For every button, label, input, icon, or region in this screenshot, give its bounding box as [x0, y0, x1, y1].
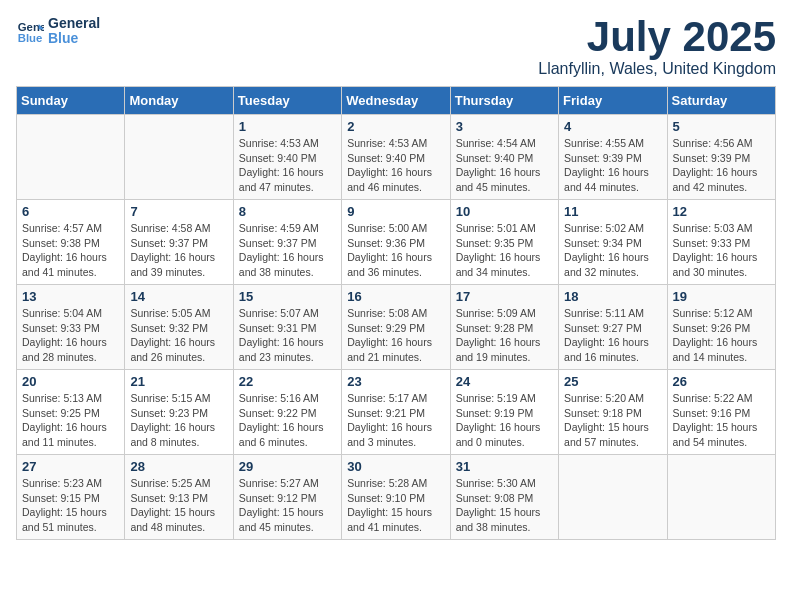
calendar-table: SundayMondayTuesdayWednesdayThursdayFrid… — [16, 86, 776, 540]
weekday-header-row: SundayMondayTuesdayWednesdayThursdayFrid… — [17, 87, 776, 115]
day-number: 14 — [130, 289, 227, 304]
day-number: 27 — [22, 459, 119, 474]
day-detail: Sunrise: 5:20 AM Sunset: 9:18 PM Dayligh… — [564, 391, 661, 450]
day-detail: Sunrise: 5:07 AM Sunset: 9:31 PM Dayligh… — [239, 306, 336, 365]
day-number: 15 — [239, 289, 336, 304]
week-row-4: 20Sunrise: 5:13 AM Sunset: 9:25 PM Dayli… — [17, 370, 776, 455]
day-detail: Sunrise: 4:54 AM Sunset: 9:40 PM Dayligh… — [456, 136, 553, 195]
calendar-cell: 28Sunrise: 5:25 AM Sunset: 9:13 PM Dayli… — [125, 455, 233, 540]
day-number: 24 — [456, 374, 553, 389]
day-number: 10 — [456, 204, 553, 219]
day-detail: Sunrise: 5:13 AM Sunset: 9:25 PM Dayligh… — [22, 391, 119, 450]
calendar-cell: 31Sunrise: 5:30 AM Sunset: 9:08 PM Dayli… — [450, 455, 558, 540]
day-detail: Sunrise: 4:53 AM Sunset: 9:40 PM Dayligh… — [347, 136, 444, 195]
calendar-cell: 4Sunrise: 4:55 AM Sunset: 9:39 PM Daylig… — [559, 115, 667, 200]
week-row-3: 13Sunrise: 5:04 AM Sunset: 9:33 PM Dayli… — [17, 285, 776, 370]
day-number: 23 — [347, 374, 444, 389]
calendar-cell: 15Sunrise: 5:07 AM Sunset: 9:31 PM Dayli… — [233, 285, 341, 370]
day-detail: Sunrise: 5:27 AM Sunset: 9:12 PM Dayligh… — [239, 476, 336, 535]
day-number: 9 — [347, 204, 444, 219]
calendar-cell: 18Sunrise: 5:11 AM Sunset: 9:27 PM Dayli… — [559, 285, 667, 370]
day-detail: Sunrise: 5:05 AM Sunset: 9:32 PM Dayligh… — [130, 306, 227, 365]
day-detail: Sunrise: 5:00 AM Sunset: 9:36 PM Dayligh… — [347, 221, 444, 280]
svg-text:Blue: Blue — [18, 32, 43, 44]
calendar-cell: 19Sunrise: 5:12 AM Sunset: 9:26 PM Dayli… — [667, 285, 775, 370]
day-detail: Sunrise: 5:19 AM Sunset: 9:19 PM Dayligh… — [456, 391, 553, 450]
logo-icon: General Blue — [16, 17, 44, 45]
day-number: 22 — [239, 374, 336, 389]
calendar-cell: 17Sunrise: 5:09 AM Sunset: 9:28 PM Dayli… — [450, 285, 558, 370]
calendar-cell: 21Sunrise: 5:15 AM Sunset: 9:23 PM Dayli… — [125, 370, 233, 455]
day-detail: Sunrise: 5:22 AM Sunset: 9:16 PM Dayligh… — [673, 391, 770, 450]
week-row-5: 27Sunrise: 5:23 AM Sunset: 9:15 PM Dayli… — [17, 455, 776, 540]
day-number: 3 — [456, 119, 553, 134]
logo: General Blue General Blue — [16, 16, 100, 47]
weekday-header-sunday: Sunday — [17, 87, 125, 115]
calendar-cell: 10Sunrise: 5:01 AM Sunset: 9:35 PM Dayli… — [450, 200, 558, 285]
day-detail: Sunrise: 5:04 AM Sunset: 9:33 PM Dayligh… — [22, 306, 119, 365]
day-detail: Sunrise: 4:55 AM Sunset: 9:39 PM Dayligh… — [564, 136, 661, 195]
day-detail: Sunrise: 4:57 AM Sunset: 9:38 PM Dayligh… — [22, 221, 119, 280]
day-number: 18 — [564, 289, 661, 304]
day-detail: Sunrise: 5:02 AM Sunset: 9:34 PM Dayligh… — [564, 221, 661, 280]
month-title: July 2025 — [538, 16, 776, 58]
day-number: 1 — [239, 119, 336, 134]
week-row-1: 1Sunrise: 4:53 AM Sunset: 9:40 PM Daylig… — [17, 115, 776, 200]
day-number: 19 — [673, 289, 770, 304]
day-detail: Sunrise: 5:03 AM Sunset: 9:33 PM Dayligh… — [673, 221, 770, 280]
calendar-cell: 29Sunrise: 5:27 AM Sunset: 9:12 PM Dayli… — [233, 455, 341, 540]
week-row-2: 6Sunrise: 4:57 AM Sunset: 9:38 PM Daylig… — [17, 200, 776, 285]
calendar-cell: 14Sunrise: 5:05 AM Sunset: 9:32 PM Dayli… — [125, 285, 233, 370]
day-detail: Sunrise: 5:11 AM Sunset: 9:27 PM Dayligh… — [564, 306, 661, 365]
day-number: 8 — [239, 204, 336, 219]
day-number: 28 — [130, 459, 227, 474]
weekday-header-friday: Friday — [559, 87, 667, 115]
calendar-cell — [17, 115, 125, 200]
day-number: 5 — [673, 119, 770, 134]
day-number: 29 — [239, 459, 336, 474]
calendar-cell: 16Sunrise: 5:08 AM Sunset: 9:29 PM Dayli… — [342, 285, 450, 370]
logo-text-line2: Blue — [48, 31, 100, 46]
day-number: 26 — [673, 374, 770, 389]
calendar-cell: 7Sunrise: 4:58 AM Sunset: 9:37 PM Daylig… — [125, 200, 233, 285]
day-detail: Sunrise: 5:09 AM Sunset: 9:28 PM Dayligh… — [456, 306, 553, 365]
calendar-cell: 11Sunrise: 5:02 AM Sunset: 9:34 PM Dayli… — [559, 200, 667, 285]
weekday-header-thursday: Thursday — [450, 87, 558, 115]
page-header: General Blue General Blue July 2025 Llan… — [16, 16, 776, 78]
calendar-cell: 24Sunrise: 5:19 AM Sunset: 9:19 PM Dayli… — [450, 370, 558, 455]
day-number: 30 — [347, 459, 444, 474]
weekday-header-monday: Monday — [125, 87, 233, 115]
day-detail: Sunrise: 4:53 AM Sunset: 9:40 PM Dayligh… — [239, 136, 336, 195]
location-label: Llanfyllin, Wales, United Kingdom — [538, 60, 776, 78]
calendar-cell: 13Sunrise: 5:04 AM Sunset: 9:33 PM Dayli… — [17, 285, 125, 370]
calendar-cell: 5Sunrise: 4:56 AM Sunset: 9:39 PM Daylig… — [667, 115, 775, 200]
calendar-cell: 27Sunrise: 5:23 AM Sunset: 9:15 PM Dayli… — [17, 455, 125, 540]
day-number: 4 — [564, 119, 661, 134]
calendar-cell — [667, 455, 775, 540]
title-area: July 2025 Llanfyllin, Wales, United King… — [538, 16, 776, 78]
calendar-cell: 3Sunrise: 4:54 AM Sunset: 9:40 PM Daylig… — [450, 115, 558, 200]
day-number: 21 — [130, 374, 227, 389]
day-number: 16 — [347, 289, 444, 304]
day-detail: Sunrise: 5:08 AM Sunset: 9:29 PM Dayligh… — [347, 306, 444, 365]
day-detail: Sunrise: 5:23 AM Sunset: 9:15 PM Dayligh… — [22, 476, 119, 535]
weekday-header-saturday: Saturday — [667, 87, 775, 115]
day-detail: Sunrise: 5:01 AM Sunset: 9:35 PM Dayligh… — [456, 221, 553, 280]
day-detail: Sunrise: 5:16 AM Sunset: 9:22 PM Dayligh… — [239, 391, 336, 450]
day-detail: Sunrise: 5:25 AM Sunset: 9:13 PM Dayligh… — [130, 476, 227, 535]
day-detail: Sunrise: 5:30 AM Sunset: 9:08 PM Dayligh… — [456, 476, 553, 535]
calendar-cell: 23Sunrise: 5:17 AM Sunset: 9:21 PM Dayli… — [342, 370, 450, 455]
day-detail: Sunrise: 5:12 AM Sunset: 9:26 PM Dayligh… — [673, 306, 770, 365]
day-detail: Sunrise: 4:59 AM Sunset: 9:37 PM Dayligh… — [239, 221, 336, 280]
day-detail: Sunrise: 4:58 AM Sunset: 9:37 PM Dayligh… — [130, 221, 227, 280]
day-detail: Sunrise: 5:15 AM Sunset: 9:23 PM Dayligh… — [130, 391, 227, 450]
calendar-cell: 6Sunrise: 4:57 AM Sunset: 9:38 PM Daylig… — [17, 200, 125, 285]
day-number: 17 — [456, 289, 553, 304]
calendar-cell: 12Sunrise: 5:03 AM Sunset: 9:33 PM Dayli… — [667, 200, 775, 285]
day-number: 12 — [673, 204, 770, 219]
calendar-cell: 26Sunrise: 5:22 AM Sunset: 9:16 PM Dayli… — [667, 370, 775, 455]
day-number: 2 — [347, 119, 444, 134]
calendar-cell: 2Sunrise: 4:53 AM Sunset: 9:40 PM Daylig… — [342, 115, 450, 200]
day-number: 25 — [564, 374, 661, 389]
calendar-cell: 1Sunrise: 4:53 AM Sunset: 9:40 PM Daylig… — [233, 115, 341, 200]
